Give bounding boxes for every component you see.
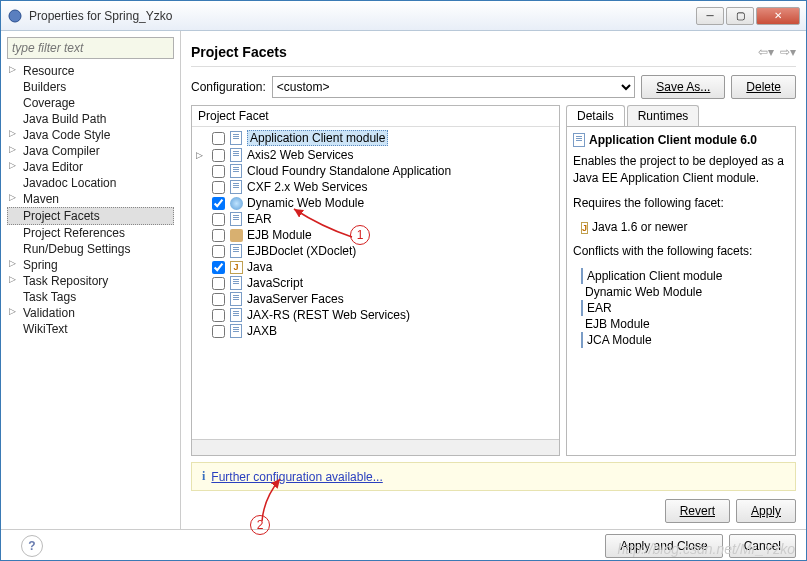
- details-title: Application Client module 6.0: [573, 133, 789, 147]
- delete-button[interactable]: Delete: [731, 75, 796, 99]
- list-item: EJB Module: [573, 316, 789, 332]
- help-button[interactable]: ?: [21, 535, 43, 557]
- revert-button[interactable]: Revert: [665, 499, 730, 523]
- facet-row[interactable]: JAX-RS (REST Web Services): [194, 307, 557, 323]
- facet-row[interactable]: Application Client module: [194, 129, 557, 147]
- facet-row[interactable]: CXF 2.x Web Services: [194, 179, 557, 195]
- facet-label: CXF 2.x Web Services: [247, 180, 367, 194]
- sidebar-item[interactable]: Maven: [7, 191, 174, 207]
- list-item: Java 1.6 or newer: [573, 219, 789, 235]
- facet-label: EJB Module: [247, 228, 312, 242]
- cancel-button[interactable]: Cancel: [729, 534, 796, 558]
- facet-list[interactable]: 1 Application Client module▷Axis2 Web Se…: [192, 127, 559, 439]
- details-panel: Details Runtimes Application Client modu…: [566, 105, 796, 456]
- header-nav-icons: ⇦▾ ⇨▾: [758, 45, 796, 59]
- sidebar-item[interactable]: Builders: [7, 79, 174, 95]
- doc-icon: [229, 148, 243, 162]
- facet-label: JavaServer Faces: [247, 292, 344, 306]
- facet-row[interactable]: ▷Axis2 Web Services: [194, 147, 557, 163]
- maximize-button[interactable]: ▢: [726, 7, 754, 25]
- sidebar-item[interactable]: Javadoc Location: [7, 175, 174, 191]
- further-config-link[interactable]: Further configuration available...: [211, 470, 382, 484]
- config-select[interactable]: <custom>: [272, 76, 636, 98]
- sidebar-item[interactable]: Resource: [7, 63, 174, 79]
- svg-point-0: [9, 10, 21, 22]
- facet-checkbox[interactable]: [212, 293, 225, 306]
- nav-tree: ResourceBuildersCoverageJava Build PathJ…: [7, 63, 174, 337]
- facet-label: Dynamic Web Module: [247, 196, 364, 210]
- apply-close-button[interactable]: Apply and Close: [605, 534, 722, 558]
- forward-icon[interactable]: ⇨▾: [780, 45, 796, 59]
- sidebar: ResourceBuildersCoverageJava Build PathJ…: [1, 31, 181, 529]
- close-button[interactable]: ✕: [756, 7, 800, 25]
- filter-input[interactable]: [7, 37, 174, 59]
- minimize-button[interactable]: ─: [696, 7, 724, 25]
- facet-row[interactable]: Dynamic Web Module: [194, 195, 557, 211]
- main-panel: Project Facets ⇦▾ ⇨▾ Configuration: <cus…: [181, 31, 806, 529]
- jar-icon: [229, 228, 243, 242]
- j-icon: [229, 260, 243, 274]
- list-item-label: EJB Module: [585, 317, 650, 331]
- sidebar-item[interactable]: Project Facets: [7, 207, 174, 225]
- j-icon: [581, 220, 588, 234]
- facet-checkbox[interactable]: [212, 261, 225, 274]
- doc-icon: [229, 308, 243, 322]
- window-title: Properties for Spring_Yzko: [29, 9, 696, 23]
- list-item: JCA Module: [573, 332, 789, 348]
- save-as-button[interactable]: Save As...: [641, 75, 725, 99]
- facet-row[interactable]: JavaServer Faces: [194, 291, 557, 307]
- sidebar-item[interactable]: Task Tags: [7, 289, 174, 305]
- conflicts-list: Application Client moduleDynamic Web Mod…: [573, 268, 789, 348]
- sidebar-item[interactable]: WikiText: [7, 321, 174, 337]
- facet-checkbox[interactable]: [212, 277, 225, 290]
- facet-row[interactable]: Java: [194, 259, 557, 275]
- facet-row[interactable]: EJBDoclet (XDoclet): [194, 243, 557, 259]
- facet-checkbox[interactable]: [212, 149, 225, 162]
- facet-checkbox[interactable]: [212, 213, 225, 226]
- requires-list: Java 1.6 or newer: [573, 219, 789, 235]
- sidebar-item[interactable]: Coverage: [7, 95, 174, 111]
- list-item: Application Client module: [573, 268, 789, 284]
- facet-checkbox[interactable]: [212, 325, 225, 338]
- facet-panel: Project Facet 1 Application Client modul…: [191, 105, 560, 456]
- doc-icon: [229, 292, 243, 306]
- sidebar-item[interactable]: Java Compiler: [7, 143, 174, 159]
- sidebar-item[interactable]: Task Repository: [7, 273, 174, 289]
- facet-row[interactable]: Cloud Foundry Standalone Application: [194, 163, 557, 179]
- apply-button[interactable]: Apply: [736, 499, 796, 523]
- h-scrollbar[interactable]: [192, 439, 559, 455]
- facet-checkbox[interactable]: [212, 309, 225, 322]
- sidebar-item[interactable]: Validation: [7, 305, 174, 321]
- back-icon[interactable]: ⇦▾: [758, 45, 774, 59]
- facet-column-header[interactable]: Project Facet: [192, 106, 559, 127]
- sidebar-item[interactable]: Java Build Path: [7, 111, 174, 127]
- facet-checkbox[interactable]: [212, 229, 225, 242]
- expand-icon[interactable]: ▷: [196, 150, 203, 160]
- sidebar-item[interactable]: Spring: [7, 257, 174, 273]
- facet-row[interactable]: EJB Module: [194, 227, 557, 243]
- sidebar-item[interactable]: Project References: [7, 225, 174, 241]
- config-label: Configuration:: [191, 80, 266, 94]
- sidebar-item[interactable]: Java Code Style: [7, 127, 174, 143]
- globe-icon: [229, 196, 243, 210]
- facet-label: Java: [247, 260, 272, 274]
- facet-row[interactable]: JavaScript: [194, 275, 557, 291]
- list-item: Dynamic Web Module: [573, 284, 789, 300]
- facet-checkbox[interactable]: [212, 132, 225, 145]
- facet-label: EAR: [247, 212, 272, 226]
- facet-row[interactable]: EAR: [194, 211, 557, 227]
- tab-runtimes[interactable]: Runtimes: [627, 105, 700, 126]
- sidebar-item[interactable]: Java Editor: [7, 159, 174, 175]
- facet-checkbox[interactable]: [212, 197, 225, 210]
- facet-checkbox[interactable]: [212, 181, 225, 194]
- info-icon: i: [202, 469, 205, 484]
- facet-label: JAX-RS (REST Web Services): [247, 308, 410, 322]
- page-title: Project Facets: [191, 44, 758, 60]
- facet-checkbox[interactable]: [212, 245, 225, 258]
- doc-icon: [229, 164, 243, 178]
- details-desc: Enables the project to be deployed as a …: [573, 153, 789, 187]
- facet-checkbox[interactable]: [212, 165, 225, 178]
- sidebar-item[interactable]: Run/Debug Settings: [7, 241, 174, 257]
- tab-details[interactable]: Details: [566, 105, 625, 126]
- facet-row[interactable]: JAXB: [194, 323, 557, 339]
